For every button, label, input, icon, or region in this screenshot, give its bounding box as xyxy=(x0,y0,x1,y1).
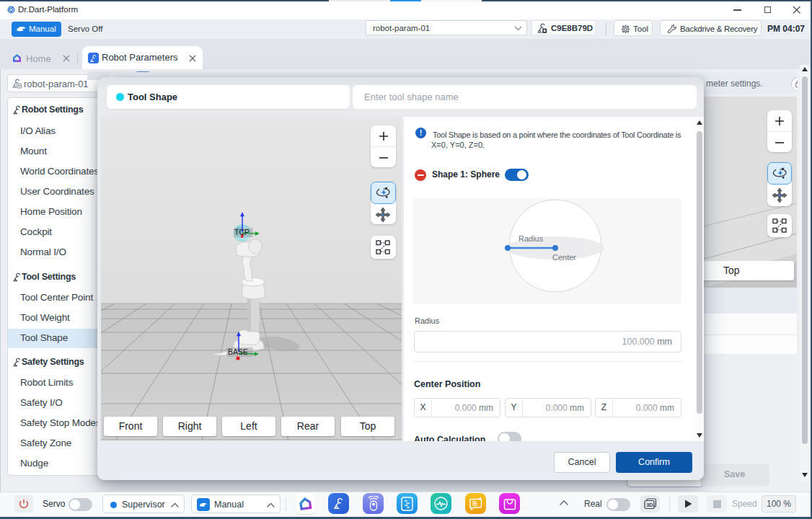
svg-text:TCP: TCP xyxy=(234,228,250,236)
svg-text:BASE: BASE xyxy=(228,347,248,356)
svg-text:3D: 3D xyxy=(646,502,653,508)
svg-text:Center: Center xyxy=(552,253,576,262)
svg-text:Radius: Radius xyxy=(518,234,544,243)
